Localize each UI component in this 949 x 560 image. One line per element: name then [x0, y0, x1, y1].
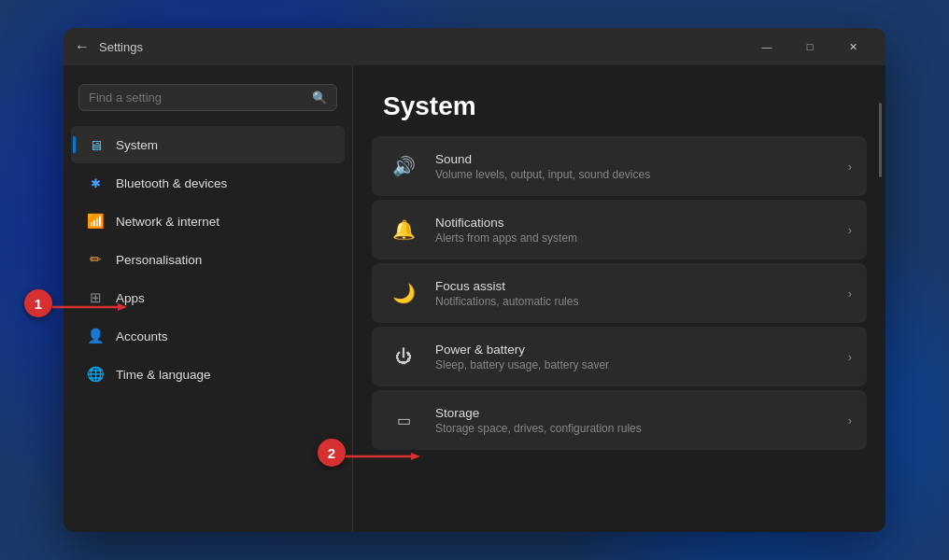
storage-icon: ▭ — [387, 403, 420, 437]
sidebar-item-bluetooth[interactable]: ✱ Bluetooth & devices — [71, 164, 345, 202]
sidebar-item-personalisation[interactable]: ✏ Personalisation — [71, 241, 345, 278]
power-desc: Sleep, battery usage, battery saver — [435, 358, 833, 371]
settings-list: 🔊 Sound Volume levels, output, input, so… — [353, 136, 885, 450]
storage-name: Storage — [435, 406, 833, 420]
sidebar-label-system: System — [116, 138, 158, 152]
sidebar-label-accounts: Accounts — [116, 329, 168, 343]
setting-notifications[interactable]: 🔔 Notifications Alerts from apps and sys… — [372, 200, 867, 259]
accounts-icon: 👤 — [86, 327, 105, 345]
annotation-1: 1 — [24, 289, 52, 317]
storage-desc: Storage space, drives, configuration rul… — [435, 422, 833, 435]
network-icon: 📶 — [86, 212, 105, 231]
svg-marker-1 — [118, 303, 127, 311]
page-title: System — [383, 91, 856, 121]
personalisation-icon: ✏ — [86, 250, 105, 269]
main-content: System 🔊 Sound Volume levels, output, in… — [353, 65, 885, 532]
system-icon: 🖥 — [86, 135, 105, 154]
titlebar: ← Settings — □ ✕ — [64, 28, 885, 65]
back-button[interactable]: ← — [75, 38, 90, 55]
sound-icon: 🔊 — [387, 149, 420, 183]
search-icon: 🔍 — [312, 91, 327, 105]
close-button[interactable]: ✕ — [831, 32, 874, 62]
sidebar-item-time[interactable]: 🌐 Time & language — [71, 356, 345, 393]
sound-name: Sound — [435, 152, 833, 166]
sidebar-label-network: Network & internet — [116, 215, 220, 229]
window-content: 🔍 🖥 System ✱ Bluetooth & devices 📶 Netwo… — [64, 65, 885, 532]
sidebar-label-time: Time & language — [116, 368, 211, 382]
minimize-button[interactable]: — — [745, 32, 788, 62]
maximize-button[interactable]: □ — [788, 32, 831, 62]
notifications-icon: 🔔 — [387, 213, 420, 246]
notifications-name: Notifications — [435, 216, 833, 230]
sound-desc: Volume levels, output, input, sound devi… — [435, 168, 833, 181]
storage-chevron: › — [848, 413, 852, 427]
sidebar-label-bluetooth: Bluetooth & devices — [116, 176, 227, 190]
notifications-desc: Alerts from apps and system — [435, 231, 833, 245]
annotation-circle-2: 2 — [318, 439, 346, 467]
annotation-arrow-1 — [52, 302, 127, 312]
annotation-2: 2 — [318, 439, 346, 467]
bluetooth-icon: ✱ — [86, 174, 105, 192]
sidebar-item-accounts[interactable]: 👤 Accounts — [71, 317, 345, 355]
window-title: Settings — [99, 40, 745, 54]
svg-marker-3 — [411, 453, 420, 460]
setting-sound[interactable]: 🔊 Sound Volume levels, output, input, so… — [372, 136, 867, 196]
focus-icon: 🌙 — [387, 276, 420, 310]
setting-power[interactable]: ⏻ Power & battery Sleep, battery usage, … — [372, 327, 867, 386]
power-chevron: › — [848, 350, 852, 364]
search-box[interactable]: 🔍 — [78, 84, 337, 111]
sidebar: 🔍 🖥 System ✱ Bluetooth & devices 📶 Netwo… — [64, 65, 353, 532]
settings-window: ← Settings — □ ✕ 🔍 🖥 System ✱ Bluetooth … — [64, 28, 885, 532]
time-icon: 🌐 — [86, 365, 105, 384]
main-header: System — [353, 65, 885, 136]
window-controls: — □ ✕ — [745, 32, 874, 62]
sidebar-label-personalisation: Personalisation — [116, 253, 202, 267]
annotation-arrow-2 — [346, 452, 420, 461]
scrollbar[interactable] — [879, 103, 882, 177]
focus-chevron: › — [848, 287, 852, 301]
annotation-circle-1: 1 — [24, 289, 52, 317]
notifications-chevron: › — [848, 223, 852, 237]
setting-storage[interactable]: ▭ Storage Storage space, drives, configu… — [372, 390, 867, 450]
sidebar-item-system[interactable]: 🖥 System — [71, 126, 345, 163]
focus-name: Focus assist — [435, 279, 833, 293]
power-name: Power & battery — [435, 343, 833, 357]
sound-chevron: › — [848, 160, 852, 174]
sidebar-item-network[interactable]: 📶 Network & internet — [71, 203, 345, 240]
focus-desc: Notifications, automatic rules — [435, 295, 833, 308]
setting-focus[interactable]: 🌙 Focus assist Notifications, automatic … — [372, 263, 867, 323]
search-input[interactable] — [89, 91, 305, 105]
power-icon: ⏻ — [387, 340, 420, 373]
